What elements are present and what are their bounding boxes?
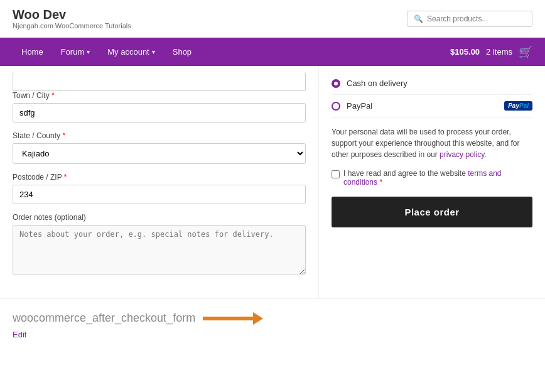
chevron-down-icon: ▾ xyxy=(87,48,90,55)
hook-section: woocommerce_after_checkout_form Edit xyxy=(0,298,545,346)
order-notes-label: Order notes (optional) xyxy=(13,213,306,222)
cart-items-count: 2 items xyxy=(486,47,512,57)
terms-checkbox[interactable] xyxy=(332,170,340,178)
nav-left: Home Forum ▾ My account ▾ Shop xyxy=(13,38,200,66)
privacy-text: Your personal data will be used to proce… xyxy=(332,126,532,160)
cash-radio[interactable] xyxy=(332,79,340,88)
postcode-input[interactable] xyxy=(13,185,306,204)
apartment-field-wrapper xyxy=(13,72,306,91)
nav-item-shop[interactable]: Shop xyxy=(164,38,200,66)
state-select[interactable]: Kajiado xyxy=(13,143,306,164)
hook-name-text: woocommerce_after_checkout_form xyxy=(13,312,195,325)
postcode-field-group: Postcode / ZIP * xyxy=(13,173,306,204)
cart-total: $105.00 xyxy=(450,47,480,57)
cart-icon[interactable]: 🛒 xyxy=(519,45,532,59)
nav-item-home[interactable]: Home xyxy=(13,38,52,66)
cash-label: Cash on delivery xyxy=(347,79,407,88)
order-notes-group: Order notes (optional) xyxy=(13,213,306,277)
cart-summary: $105.00 2 items 🛒 xyxy=(450,45,532,59)
order-column: Cash on delivery PayPal PayPal Your pers… xyxy=(319,66,545,298)
paypal-radio[interactable] xyxy=(332,102,340,111)
apartment-input[interactable] xyxy=(13,72,306,91)
place-order-button[interactable]: Place order xyxy=(332,197,532,227)
hook-arrow xyxy=(203,312,263,325)
main-content: Town / City * State / County * Kajiado P… xyxy=(0,66,545,298)
terms-row: I have read and agree to the website ter… xyxy=(332,169,532,187)
main-nav: Home Forum ▾ My account ▾ Shop $105.00 2… xyxy=(0,38,545,66)
state-label: State / County * xyxy=(13,131,306,140)
postcode-label: Postcode / ZIP * xyxy=(13,173,306,182)
cash-on-delivery-option[interactable]: Cash on delivery xyxy=(332,72,532,95)
site-header: Woo Dev Njengah.com WooCommerce Tutorial… xyxy=(0,0,545,38)
town-field-group: Town / City * xyxy=(13,91,306,122)
hook-name-row: woocommerce_after_checkout_form xyxy=(13,312,532,325)
checkout-form: Town / City * State / County * Kajiado P… xyxy=(0,66,319,298)
nav-item-myaccount[interactable]: My account ▾ xyxy=(99,38,163,66)
site-title: Woo Dev xyxy=(13,8,131,22)
paypal-logo: PayPal xyxy=(504,101,532,111)
state-field-group: State / County * Kajiado xyxy=(13,131,306,164)
paypal-option[interactable]: PayPal PayPal xyxy=(332,95,532,117)
site-branding: Woo Dev Njengah.com WooCommerce Tutorial… xyxy=(13,8,131,30)
site-tagline: Njengah.com WooCommerce Tutorials xyxy=(13,22,131,30)
order-notes-textarea[interactable] xyxy=(13,225,306,275)
search-icon: 🔍 xyxy=(414,14,423,23)
chevron-down-icon: ▾ xyxy=(152,48,155,55)
privacy-policy-link[interactable]: privacy policy xyxy=(440,150,484,159)
edit-link[interactable]: Edit xyxy=(13,330,532,339)
nav-item-forum[interactable]: Forum ▾ xyxy=(52,38,99,66)
paypal-label: PayPal xyxy=(347,101,372,111)
town-label: Town / City * xyxy=(13,91,306,100)
search-box[interactable]: 🔍 xyxy=(407,11,532,27)
town-input[interactable] xyxy=(13,103,306,122)
search-input[interactable] xyxy=(427,14,526,23)
